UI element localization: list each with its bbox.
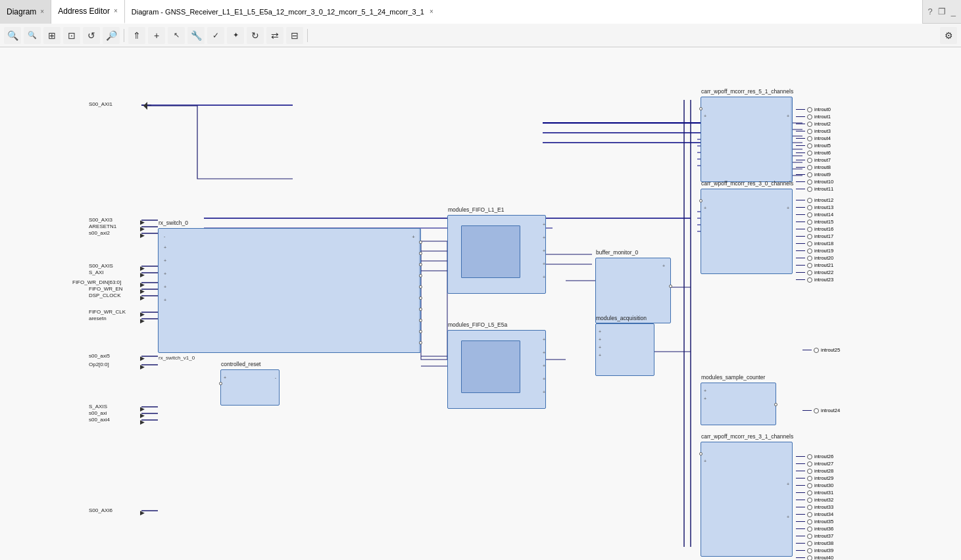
pin-button[interactable]: ✦ (227, 27, 244, 44)
arrow-fifo-wr-din: ▶ (140, 281, 145, 288)
carr-wpoff-mcorr-res-3-0-block[interactable]: carr_wpoff_mcorr_res_3_0_channels + + (701, 189, 793, 274)
output-introut1: introut1 (796, 114, 833, 120)
check-button[interactable]: ✓ (207, 27, 224, 44)
output-introut22: introut22 (796, 269, 833, 275)
fit-button[interactable]: ⊞ (43, 27, 61, 44)
rx-switch-port-7 (419, 319, 422, 322)
dot-introut2 (807, 122, 812, 127)
label-introut6: introut6 (814, 150, 831, 156)
modules-fifo-l5-e5a-block[interactable]: modules_FIFO_L5_E5a + + + + + (447, 330, 546, 409)
dot-introut1 (807, 114, 812, 120)
output-introut35: introut35 (796, 519, 833, 525)
signal-s00-axi: s00_axi (89, 410, 107, 416)
buffer-monitor-out-port (669, 285, 672, 288)
arrow-up-button[interactable]: ⇑ (128, 27, 145, 44)
minimize-icon[interactable]: _ (951, 7, 956, 16)
modules-fifo-l1-e1-title: modules_FIFO_L1_E1 (448, 206, 505, 213)
arrow-s-axis: ▶ (140, 406, 145, 412)
layout-button[interactable]: ⊟ (286, 27, 303, 44)
carr-wpoff-3-1-port (699, 452, 702, 455)
label-introut7: introut7 (814, 157, 831, 163)
label-introut12: introut12 (814, 197, 833, 203)
toolbar: 🔍 🔍 ⊞ ⊡ ↺ 🔎 ⇑ + ↖ 🔧 ✓ ✦ ↻ ⇄ ⊟ ⚙ (0, 24, 961, 47)
flip-button[interactable]: ⇄ (266, 27, 283, 44)
signal-op2: Op2[0:0] (89, 362, 109, 367)
rx-switch-port-0 (419, 241, 422, 244)
dot-introut6 (807, 151, 812, 156)
output-introut0: introut0 (796, 106, 833, 112)
label-introut5: introut5 (814, 143, 831, 149)
label-introut15: introut15 (814, 219, 833, 225)
output-introut6: introut6 (796, 150, 833, 156)
tab-address-editor-close[interactable]: × (114, 7, 118, 14)
tab-diagram-long-close[interactable]: × (430, 8, 433, 15)
wire-introut2 (796, 124, 805, 124)
label-introut3: introut3 (814, 128, 831, 134)
output-introut17: introut17 (796, 233, 833, 239)
zoom-out-button[interactable]: 🔍 (24, 27, 41, 44)
rx-switch-port-1 (419, 252, 422, 255)
arrow-op2: ▶ (140, 363, 145, 370)
arrow-s00-axi6: ▶ (140, 509, 145, 516)
dot-introut11 (807, 187, 812, 192)
carr-wpoff-mcorr-res-5-1-block[interactable]: carr_wpoff_mcorr_res_5_1_channels + + (701, 97, 793, 182)
wire-introut3 (796, 131, 805, 131)
signal-s00-axi4: s00_axi4 (89, 417, 110, 423)
settings-button[interactable]: ⚙ (940, 27, 957, 44)
rx-switch-block[interactable]: rx_switch_0 - + + + + + + rx_switch_v1_0 (158, 228, 421, 353)
rotate2-button[interactable]: ↻ (247, 27, 264, 44)
signal-s00-axi6: S00_AXI6 (89, 507, 112, 513)
search-button[interactable]: 🔎 (103, 27, 120, 44)
label-introut24: introut24 (821, 408, 840, 413)
modules-fifo-l5-e5a-title: modules_FIFO_L5_E5a (448, 321, 507, 328)
label-introut18: introut18 (814, 241, 833, 246)
label-introut20: introut20 (814, 255, 833, 261)
output-introut2: introut2 (796, 121, 833, 127)
title-bar: Diagram × Address Editor × Diagram - GNS… (0, 0, 961, 24)
carr-wpoff-3-0-port (699, 199, 702, 202)
tab-address-editor[interactable]: Address Editor × (51, 0, 125, 24)
signal-s00-axi1: S00_AXI1 (89, 101, 112, 107)
dot-introut0 (807, 107, 812, 112)
tab-diagram-long[interactable]: Diagram - GNSS_Receiver_L1_E1_L5_E5a_12_… (125, 0, 923, 24)
diagram-canvas[interactable]: S00_AXI1 S00_AXI3 ARESETN1 s00_axi2 S00_… (0, 47, 961, 560)
signal-s-axi: S_AXI (89, 269, 104, 275)
zoom-in-button[interactable]: 🔍 (4, 27, 21, 44)
modules-acquisition-block[interactable]: modules_acquisition + + + + (595, 323, 654, 376)
tab-address-editor-label: Address Editor (58, 7, 110, 16)
output-introut25: introut25 (802, 347, 840, 353)
help-icon[interactable]: ? (928, 7, 933, 16)
title-bar-controls: ? ❐ _ (923, 7, 961, 16)
rotate-button[interactable]: ↺ (83, 27, 100, 44)
controlled-reset-port (219, 382, 222, 385)
buffer-monitor-block[interactable]: buffer_monitor_0 + buffer_monitor_v1_0 (595, 258, 671, 323)
output-introut29: introut29 (796, 475, 833, 481)
toolbar-separator-2 (307, 29, 308, 42)
label-introut9: introut9 (814, 172, 831, 177)
output-introut23: introut23 (796, 277, 833, 283)
reset-view-button[interactable]: ⊡ (63, 27, 80, 44)
signal-s-axis: S_AXIS (89, 404, 107, 409)
controlled-reset-block[interactable]: controlled_reset + - (220, 369, 280, 406)
output-introut8: introut8 (796, 164, 833, 170)
tab-diagram-long-label: Diagram - GNSS_Receiver_L1_E1_L5_E5a_12_… (132, 8, 424, 16)
restore-icon[interactable]: ❐ (938, 7, 946, 16)
wire-introut6 (796, 152, 805, 153)
signal-dsp-clock: DSP_CLOCK (89, 292, 120, 298)
modules-fifo-l1-e1-block[interactable]: modules_FIFO_L1_E1 + + + + + (447, 215, 546, 294)
carr-wpoff-mcorr-res-3-1-block[interactable]: carr_wpoff_mcorr_res_3_1_channels + + + (701, 442, 793, 557)
select-button[interactable]: ↖ (168, 27, 185, 44)
rx-switch-port-2 (419, 263, 422, 266)
tab-diagram[interactable]: Diagram × (0, 0, 51, 24)
modules-sample-counter-block[interactable]: modules_sample_counter + + (701, 383, 776, 425)
output-introut10: introut10 (796, 179, 833, 185)
wrench-button[interactable]: 🔧 (187, 27, 205, 44)
arrow-s00-axis: ▶ (140, 265, 145, 271)
output-introut32: introut32 (796, 497, 833, 503)
modules-acquisition-title: modules_acquisition (596, 315, 647, 321)
output-group-2: introut12 introut13 introut14 introut15 … (796, 197, 833, 284)
label-introut4: introut4 (814, 135, 831, 141)
plus-button[interactable]: + (148, 27, 165, 44)
label-introut25: introut25 (821, 347, 840, 353)
tab-diagram-close[interactable]: × (40, 8, 44, 15)
